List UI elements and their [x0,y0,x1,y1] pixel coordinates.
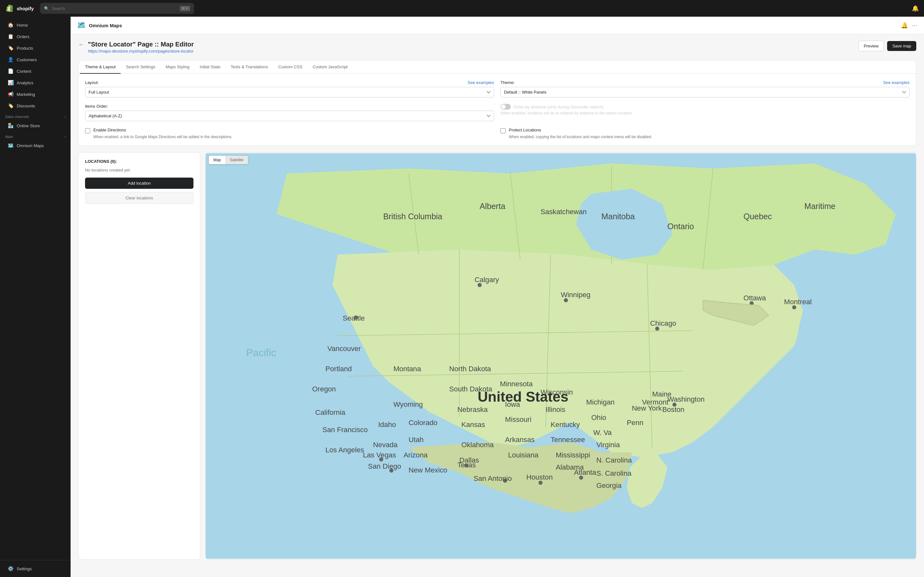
sidebar-item-orders[interactable]: 📋 Orders [3,31,68,42]
notification-bell-button[interactable]: 🔔 [901,22,908,29]
search-bar[interactable]: 🔍 ⌘ K [40,3,194,14]
clear-locations-button[interactable]: Clear locations [85,192,194,204]
sidebar-item-online-store[interactable]: 🏪 Online Store [3,120,68,131]
save-map-button[interactable]: Save map [887,41,916,51]
enable-directions-checkbox[interactable] [85,128,90,133]
locations-title: LOCATIONS (0): [85,159,194,164]
svg-text:Ontario: Ontario [667,222,694,231]
sidebar-item-analytics[interactable]: 📊 Analytics [3,77,68,88]
enable-directions-desc: When enabled, a link to Google Maps Dire… [85,135,494,139]
svg-text:Portland: Portland [325,365,352,373]
svg-point-88 [538,481,543,485]
layout-theme-row: Layout: See examples Full Layout Split L… [85,80,909,97]
layout-select[interactable]: Full Layout Split Layout Compact Layout [85,87,494,97]
map-tab-satellite[interactable]: Satellite [225,156,248,164]
apps-section-header: Apps › [0,131,71,140]
sidebar-item-home[interactable]: 🏠 Home [3,19,68,31]
tab-custom-css[interactable]: Custom CSS [273,61,307,74]
search-input[interactable] [52,6,177,11]
sidebar-item-label: Home [17,23,28,27]
apps-chevron[interactable]: › [65,135,65,139]
app-header-title: Omnium Maps [89,23,122,28]
settings-icon: ⚙️ [8,566,13,572]
preview-button[interactable]: Preview [858,41,884,51]
svg-text:Virginia: Virginia [596,441,620,449]
items-order-select[interactable]: Alphabetical (A-Z) Alphabetical (Z-A) Cu… [85,111,494,121]
sidebar-item-label: Customers [17,57,37,62]
products-icon: 🏷️ [8,45,13,51]
sidebar-item-marketing[interactable]: 📢 Marketing [3,89,68,100]
sidebar-item-label: Orders [17,34,29,39]
svg-text:S. Carolina: S. Carolina [596,469,632,477]
distance-order-toggle[interactable] [501,104,511,110]
home-icon: 🏠 [8,22,13,28]
tab-texts-translations[interactable]: Texts & Translations [226,61,273,74]
page-title-row: ← "Store Locator" Page :: Map Editor htt… [78,41,916,54]
svg-text:Winnipeg: Winnipeg [561,291,590,299]
theme-select[interactable]: Default :: White Panels Dark :: Dark Pan… [501,87,909,97]
svg-point-76 [792,305,796,309]
svg-text:Atlanta: Atlanta [574,468,596,476]
tab-theme-layout-content: Layout: See examples Full Layout Split L… [79,74,916,145]
sidebar-item-customers[interactable]: 👤 Customers [3,54,68,65]
tab-initial-state[interactable]: Initial State [195,61,226,74]
nav-right: 🔔 [912,5,919,12]
map-tab-group: Map Satellite [209,156,248,164]
layout-see-examples[interactable]: See examples [468,80,494,85]
svg-text:Calgary: Calgary [475,276,499,284]
tab-search-settings[interactable]: Search Settings [121,61,160,74]
sidebar-item-label: Content [17,69,31,74]
page-url-link[interactable]: https://maps-devstore.myshopify.com/page… [88,49,194,53]
page-content: ← "Store Locator" Page :: Map Editor htt… [71,34,924,566]
theme-label: Theme: See examples [501,80,909,85]
back-button[interactable]: ← [78,41,84,48]
svg-point-78 [465,464,469,468]
protect-locations-checkbox[interactable] [501,128,506,133]
svg-text:Ottawa: Ottawa [743,294,766,302]
sidebar-item-settings[interactable]: ⚙️ Settings [3,563,68,574]
sidebar: 🏠 Home 📋 Orders 🏷️ Products 👤 Customers … [0,17,71,577]
svg-point-66 [564,298,568,302]
more-options-button[interactable]: ⋯ [912,22,918,29]
svg-text:Saskatchewan: Saskatchewan [541,208,587,216]
distance-order-desc: When enabled, locations will be re-order… [501,111,909,115]
sidebar-item-omnium-maps[interactable]: 🗺️ Omnium Maps [3,140,68,151]
items-order-row: Items Order: Alphabetical (A-Z) Alphabet… [85,104,909,121]
sidebar-item-content[interactable]: 📄 Content [3,66,68,77]
svg-text:Minnesota: Minnesota [500,380,533,388]
tab-theme-layout[interactable]: Theme & Layout [80,61,121,74]
svg-text:Maritime: Maritime [804,201,835,211]
svg-text:Missouri: Missouri [505,416,531,424]
orders-icon: 📋 [8,34,13,39]
protect-locations-label[interactable]: Protect Locations [501,127,909,133]
notification-icon[interactable]: 🔔 [912,5,919,12]
svg-text:Utah: Utah [409,436,424,444]
tab-custom-javascript[interactable]: Custom JavaScript [307,61,352,74]
sidebar-item-products[interactable]: 🏷️ Products [3,43,68,53]
add-location-button[interactable]: Add location [85,177,194,189]
items-order-group: Items Order: Alphabetical (A-Z) Alphabet… [85,104,494,121]
svg-text:Arkansas: Arkansas [505,436,535,444]
svg-text:North Dakota: North Dakota [449,365,491,373]
svg-text:Kentucky: Kentucky [551,421,580,429]
app-header-icon: 🗺️ [77,21,86,29]
svg-text:Vancouver: Vancouver [328,345,361,353]
sales-channels-chevron[interactable]: › [65,115,65,119]
marketing-icon: 📢 [8,91,13,97]
shopify-logo: shopify [5,4,34,13]
svg-text:Boston: Boston [662,406,684,414]
theme-see-examples[interactable]: See examples [883,80,909,85]
map-tab-map[interactable]: Map [209,156,225,164]
svg-text:Los Angeles: Los Angeles [325,446,364,454]
enable-directions-label[interactable]: Enable Directions [85,127,494,133]
distance-order-group: Order by distance (only during Geocoder … [501,104,909,121]
sidebar-bottom: ⚙️ Settings [0,560,71,574]
checkboxes-row: Enable Directions When enabled, a link t… [85,127,909,139]
sales-channels-section: Sales channels › [0,111,71,120]
top-navigation: shopify 🔍 ⌘ K 🔔 [0,0,924,17]
locations-panel: LOCATIONS (0): No locations created yet.… [78,152,200,560]
sidebar-item-discounts[interactable]: 🏷️ Discounts [3,100,68,111]
svg-text:Oregon: Oregon [312,385,336,393]
shopify-wordmark: shopify [17,6,34,11]
tab-maps-styling[interactable]: Maps Styling [160,61,194,74]
